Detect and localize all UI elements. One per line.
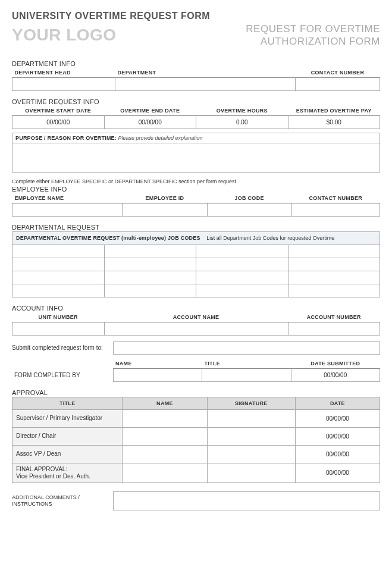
table-row: Director / Chair 00/00/00 xyxy=(12,427,380,445)
purpose-box: PURPOSE / REASON FOR OVERTIME: Please pr… xyxy=(12,133,380,173)
table-row: Assoc VP / Dean 00/00/00 xyxy=(12,445,380,463)
subtitle-line2: AUTHORIZATION FORM xyxy=(246,35,380,48)
col-ot-hours: OVERTIME HOURS xyxy=(196,106,288,116)
field-employee-id[interactable] xyxy=(123,203,207,216)
col-title: TITLE xyxy=(202,357,291,369)
header-row: YOUR LOGO REQUEST FOR OVERTIME AUTHORIZA… xyxy=(12,23,380,48)
logo-placeholder: YOUR LOGO xyxy=(12,26,117,45)
dept-jobcode-cell[interactable] xyxy=(104,245,196,258)
section-department-info: DEPARTMENT INFO xyxy=(12,60,380,67)
col-approval-date: DATE xyxy=(295,397,380,409)
approval-signature-field[interactable] xyxy=(207,463,295,482)
section-account-info: ACCOUNT INFO xyxy=(12,305,380,312)
field-completed-title[interactable] xyxy=(202,368,291,381)
purpose-field[interactable] xyxy=(12,143,380,173)
comments-row: ADDITIONAL COMMENTS / INSTRUCTIONS xyxy=(12,491,380,510)
section-employee-info: EMPLOYEE INFO xyxy=(12,186,380,193)
approval-signature-field[interactable] xyxy=(207,427,295,445)
completed-by-table: NAME TITLE DATE SUBMITTED FORM COMPLETED… xyxy=(12,357,380,382)
col-employee-id: EMPLOYEE ID xyxy=(123,193,207,203)
field-completed-date[interactable]: 00/00/00 xyxy=(291,368,380,381)
table-row xyxy=(12,258,380,271)
col-contact-number: CONTACT NUMBER xyxy=(295,68,380,78)
comments-field[interactable] xyxy=(113,491,380,510)
section-approval: APPROVAL xyxy=(12,389,380,396)
dept-req-header-bold: DEPARTMENTAL OVERTIME REQUEST (multi-emp… xyxy=(16,235,200,241)
col-account-name: ACCOUNT NAME xyxy=(104,312,288,322)
approval-signature-field[interactable] xyxy=(207,445,295,463)
approval-date-field[interactable]: 00/00/00 xyxy=(295,427,380,445)
col-approval-title: TITLE xyxy=(12,397,123,409)
dept-jobcode-cell[interactable] xyxy=(104,258,196,271)
purpose-hint: Please provide detailed explanation xyxy=(118,135,203,141)
subtitle: REQUEST FOR OVERTIME AUTHORIZATION FORM xyxy=(246,23,380,48)
approval-name-field[interactable] xyxy=(123,445,207,463)
field-account-name[interactable] xyxy=(104,322,288,335)
dept-req-header-note: List all Department Job Codes for reques… xyxy=(206,235,334,241)
dept-jobcode-cell[interactable] xyxy=(12,271,105,284)
field-ot-end-date[interactable]: 00/00/00 xyxy=(104,115,196,129)
dept-req-header: DEPARTMENTAL OVERTIME REQUEST (multi-emp… xyxy=(12,231,380,245)
purpose-header: PURPOSE / REASON FOR OVERTIME: Please pr… xyxy=(12,133,380,143)
completed-by-label: FORM COMPLETED BY xyxy=(12,368,113,381)
field-department[interactable] xyxy=(115,77,296,90)
col-unit-number: UNIT NUMBER xyxy=(12,312,105,322)
dept-jobcode-cell[interactable] xyxy=(196,284,288,297)
table-row xyxy=(12,245,380,258)
field-ot-start-date[interactable]: 00/00/00 xyxy=(12,115,105,129)
dept-jobcode-cell[interactable] xyxy=(288,271,380,284)
field-unit-number[interactable] xyxy=(12,322,105,335)
table-row xyxy=(12,284,380,297)
field-completed-name[interactable] xyxy=(113,368,202,381)
col-ot-end-date: OVERTIME END DATE xyxy=(104,106,196,116)
department-info-table: DEPARTMENT HEAD DEPARTMENT CONTACT NUMBE… xyxy=(12,68,380,91)
dept-jobcode-cell[interactable] xyxy=(288,258,380,271)
approval-name-field[interactable] xyxy=(123,427,207,445)
submit-label: Submit completed request form to: xyxy=(12,341,113,355)
col-department: DEPARTMENT xyxy=(115,68,296,78)
dept-jobcode-cell[interactable] xyxy=(288,284,380,297)
employee-info-table: EMPLOYEE NAME EMPLOYEE ID JOB CODE CONTA… xyxy=(12,193,380,217)
col-department-head: DEPARTMENT HEAD xyxy=(12,68,115,78)
approval-date-field[interactable]: 00/00/00 xyxy=(295,445,380,463)
field-department-head[interactable] xyxy=(12,77,115,90)
approval-date-field[interactable]: 00/00/00 xyxy=(295,409,380,427)
dept-jobcode-cell[interactable] xyxy=(12,245,105,258)
field-ot-hours[interactable]: 0.00 xyxy=(196,115,288,129)
col-employee-name: EMPLOYEE NAME xyxy=(12,193,123,203)
dept-jobcode-cell[interactable] xyxy=(196,245,288,258)
purpose-label: PURPOSE / REASON FOR OVERTIME: xyxy=(15,135,117,141)
approval-name-field[interactable] xyxy=(123,409,207,427)
dept-jobcode-cell[interactable] xyxy=(288,245,380,258)
field-job-code[interactable] xyxy=(207,203,291,216)
approval-name-field[interactable] xyxy=(123,463,207,482)
dept-jobcode-cell[interactable] xyxy=(104,271,196,284)
col-emp-contact-number: CONTACT NUMBER xyxy=(291,193,380,203)
table-row xyxy=(12,271,380,284)
table-row: FINAL APPROVAL: Vice President or Des. A… xyxy=(12,463,380,482)
dept-jobcode-cell[interactable] xyxy=(104,284,196,297)
submit-field[interactable] xyxy=(113,341,380,355)
comments-label: ADDITIONAL COMMENTS / INSTRUCTIONS xyxy=(12,491,113,510)
dept-jobcode-cell[interactable] xyxy=(196,258,288,271)
field-estimated-pay[interactable]: $0.00 xyxy=(288,115,380,129)
departmental-request-table: DEPARTMENTAL OVERTIME REQUEST (multi-emp… xyxy=(12,231,380,297)
field-account-number[interactable] xyxy=(288,322,380,335)
dept-jobcode-cell[interactable] xyxy=(196,271,288,284)
col-job-code: JOB CODE xyxy=(207,193,291,203)
approval-date-field[interactable]: 00/00/00 xyxy=(295,463,380,482)
account-info-table: UNIT NUMBER ACCOUNT NAME ACCOUNT NUMBER xyxy=(12,312,380,336)
field-contact-number[interactable] xyxy=(295,77,380,90)
col-approval-signature: SIGNATURE xyxy=(207,397,295,409)
field-emp-contact-number[interactable] xyxy=(291,203,380,216)
field-employee-name[interactable] xyxy=(12,203,123,216)
dept-jobcode-cell[interactable] xyxy=(12,258,105,271)
table-row: Supervisor / Primary Investigator 00/00/… xyxy=(12,409,380,427)
col-estimated-pay: ESTIMATED OVERTIME PAY xyxy=(288,106,380,116)
col-ot-start-date: OVERTIME START DATE xyxy=(12,106,105,116)
subtitle-line1: REQUEST FOR OVERTIME xyxy=(246,23,380,35)
section-departmental-request: DEPARTMENTAL REQUEST xyxy=(12,224,380,231)
approval-signature-field[interactable] xyxy=(207,409,295,427)
col-date-submitted: DATE SUBMITTED xyxy=(291,357,380,369)
dept-jobcode-cell[interactable] xyxy=(12,284,105,297)
